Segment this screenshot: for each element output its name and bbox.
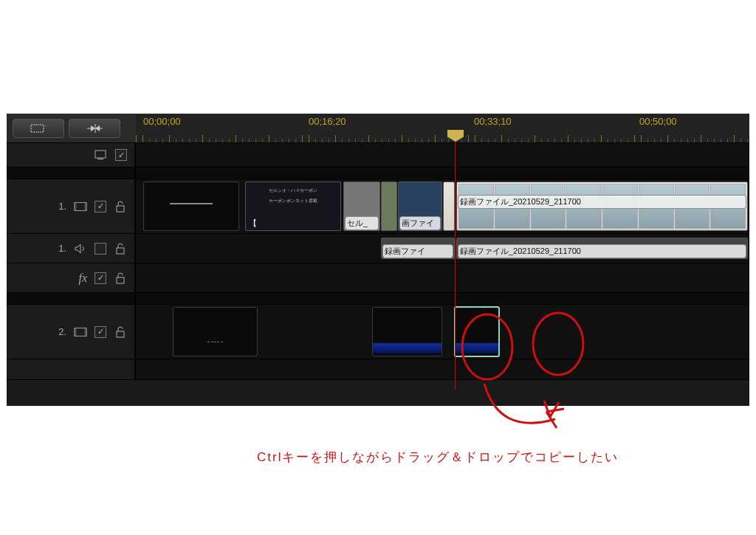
svg-text:+: + xyxy=(45,123,47,129)
svg-rect-10 xyxy=(117,206,124,212)
svg-rect-0 xyxy=(31,125,44,132)
unlock-icon[interactable] xyxy=(114,272,127,284)
video-track-2-body[interactable]: ━ ━ ━ ━ ━ xyxy=(136,305,749,359)
timecode-3: 00;50;00 xyxy=(639,116,677,127)
film-icon xyxy=(74,201,87,213)
mute-checkbox[interactable] xyxy=(94,243,106,255)
clip-label: セル_ xyxy=(346,217,378,229)
clip-text: セルシオ・ハマカーボンカーボンボンネット搭載 xyxy=(246,182,340,207)
visible-checkbox[interactable]: ✓ xyxy=(115,149,127,161)
spacer-2 xyxy=(7,293,749,305)
timeline-editor: + 00;00;00 00;16;20 00;33;10 00;50;00 xyxy=(7,114,749,406)
svg-rect-12 xyxy=(117,277,124,283)
clip-label: 録画ファイル_20210529_211700 xyxy=(458,245,746,258)
bottom-lane xyxy=(7,359,749,380)
audio-track-1: 1. 録画ファイ 録画ファイル_20210529_211700 xyxy=(7,234,749,263)
audio-track-1-body[interactable]: 録画ファイ 録画ファイル_20210529_211700 xyxy=(136,234,749,263)
clip-v2-1[interactable]: ━ ━ ━ ━ ━ xyxy=(173,307,258,356)
track-header-row: ✓ xyxy=(7,143,749,168)
svg-rect-9 xyxy=(84,202,86,210)
snap-icon xyxy=(86,123,103,134)
spacer-1 xyxy=(7,168,749,179)
fx-track-head: fx ✓ xyxy=(7,263,136,292)
audio-track-1-head: 1. xyxy=(7,234,136,263)
clip-label: 録画ファイ xyxy=(383,245,453,258)
timecode-1: 00;16;20 xyxy=(309,116,346,127)
clip-a1-1[interactable]: 録画ファイ xyxy=(381,238,455,259)
unlock-icon[interactable] xyxy=(114,326,127,338)
svg-rect-14 xyxy=(75,328,77,336)
timecode-0: 00;00;00 xyxy=(143,116,181,127)
svg-rect-16 xyxy=(117,331,124,337)
clip-label: 【 xyxy=(247,217,339,229)
clip-v1-1[interactable] xyxy=(143,182,239,231)
clip-a1-2[interactable]: 録画ファイル_20210529_211700 xyxy=(456,238,748,259)
video-track-2-head: 2. ✓ xyxy=(7,305,136,359)
clip-v2-2[interactable] xyxy=(372,307,442,356)
timecode-2: 00;33;10 xyxy=(474,116,512,127)
playhead[interactable] xyxy=(455,130,456,390)
svg-rect-15 xyxy=(84,328,86,336)
svg-rect-5 xyxy=(95,151,106,158)
svg-rect-6 xyxy=(97,159,103,159)
speaker-icon xyxy=(74,243,87,255)
clip-v1-4[interactable]: 画ファイ xyxy=(398,182,442,231)
fx-checkbox[interactable]: ✓ xyxy=(94,272,106,284)
fx-track: fx ✓ xyxy=(7,263,749,293)
clip-v2-3-selected[interactable] xyxy=(455,307,499,356)
tool-button-1[interactable]: + xyxy=(13,119,64,138)
toolbar-left: + xyxy=(7,114,136,142)
unlock-icon[interactable] xyxy=(114,201,127,213)
track-number: 1. xyxy=(58,201,66,212)
clip-v1-2[interactable]: セルシオ・ハマカーボンカーボンボンネット搭載 【 xyxy=(245,182,341,231)
clip-v1-3[interactable]: セル_ xyxy=(343,182,380,231)
fx-track-body[interactable] xyxy=(136,263,749,292)
track-header-body[interactable] xyxy=(136,143,749,167)
toolbar-row: + 00;00;00 00;16;20 00;33;10 00;50;00 xyxy=(7,114,749,143)
track-number: 2. xyxy=(58,326,66,337)
clip-label: 画ファイ xyxy=(400,217,440,229)
time-ruler[interactable]: 00;00;00 00;16;20 00;33;10 00;50;00 // w… xyxy=(136,114,749,142)
visible-checkbox[interactable]: ✓ xyxy=(94,326,106,338)
film-icon xyxy=(74,326,87,338)
tool-button-2[interactable] xyxy=(69,119,120,138)
svg-rect-11 xyxy=(117,248,124,254)
track-number: 1. xyxy=(58,243,66,254)
unlock-icon[interactable] xyxy=(114,243,127,255)
visible-checkbox[interactable]: ✓ xyxy=(94,201,106,213)
clip-v1-3b[interactable] xyxy=(381,182,397,231)
timeline-mode-icon: + xyxy=(30,123,47,134)
clip-v1-5[interactable]: 録画ファイル_20210529_211700 xyxy=(456,182,748,231)
video-track-1-head: 1. ✓ xyxy=(7,179,136,233)
video-track-1: 1. ✓ セルシオ・ハマカーボンカーボンボンネット搭載 【 セル_ 画ファイ xyxy=(7,179,749,234)
video-track-2: 2. ✓ ━ ━ ━ ━ ━ xyxy=(7,305,749,359)
screen-icon xyxy=(94,149,108,161)
fx-icon: fx xyxy=(78,272,87,285)
svg-rect-8 xyxy=(75,202,77,210)
clip-v1-4b[interactable] xyxy=(443,182,455,231)
clip-label: 録画ファイル_20210529_211700 xyxy=(458,196,746,208)
track-header-controls: ✓ xyxy=(7,143,136,167)
annotation-text: Ctrlキーを押しながらドラッグ＆ドロップでコピーしたい xyxy=(257,449,619,466)
video-track-1-body[interactable]: セルシオ・ハマカーボンカーボンボンネット搭載 【 セル_ 画ファイ 録画ファイル… xyxy=(136,179,749,233)
